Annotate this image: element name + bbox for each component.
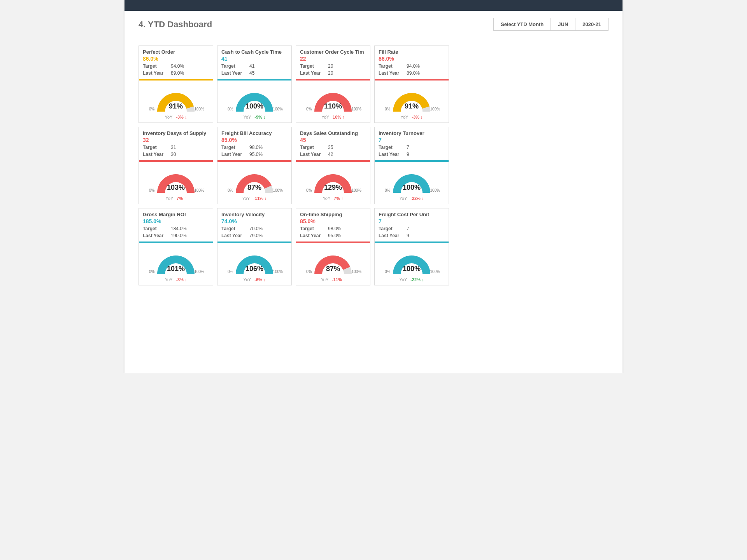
kpi-target-row: Target 94.0%	[143, 63, 209, 69]
kpi-value: 7	[379, 218, 445, 224]
lastyear-label: Last Year	[379, 70, 407, 76]
target-label: Target	[379, 226, 407, 231]
kpi-lastyear-row: Last Year 95.0%	[221, 152, 288, 157]
target-label: Target	[143, 145, 171, 150]
gauge-chart: 0% 100% 87% YoY -11% ↓	[296, 243, 370, 285]
lastyear-value: 79.0%	[249, 233, 263, 238]
kpi-lastyear-row: Last Year 89.0%	[143, 70, 209, 76]
yoy-label: YoY	[400, 277, 407, 282]
target-value: 184.0%	[171, 226, 187, 231]
gauge-chart: 0% 100% 129% YoY 7% ↑	[296, 162, 370, 204]
gauge-chart: 0% 100% 91% YoY -3% ↓	[375, 80, 449, 122]
kpi-card-perfect-order: Perfect Order 86.0% Target 94.0% Last Ye…	[139, 46, 213, 123]
yoy-row: YoY -11% ↓	[242, 196, 267, 201]
kpi-lastyear-row: Last Year 45	[221, 70, 288, 76]
gauge-chart: 0% 100% 101% YoY -3% ↓	[139, 243, 213, 285]
lastyear-label: Last Year	[300, 70, 328, 76]
kpi-title: Gross Margin ROI	[143, 212, 209, 217]
kpi-header: Inventory Dasys of Supply 32 Target 31 L…	[139, 127, 213, 160]
kpi-target-row: Target 31	[143, 145, 209, 150]
kpi-card-gross-margin-roi: Gross Margin ROI 185.0% Target 184.0% La…	[139, 208, 213, 285]
yoy-row: YoY -22% ↓	[400, 196, 424, 201]
yoy-delta: 7% ↑	[334, 196, 343, 201]
yoy-delta: -11% ↓	[253, 196, 267, 201]
yoy-label: YoY	[244, 115, 251, 119]
target-value: 41	[249, 63, 254, 69]
gauge-chart: 0% 100% 87% YoY -11% ↓	[217, 162, 291, 204]
yoy-label: YoY	[401, 115, 409, 119]
gauge-value-label: 87%	[304, 265, 362, 273]
yoy-delta: -3% ↓	[412, 115, 423, 119]
ytd-month-select[interactable]: JUN	[551, 18, 575, 30]
target-label: Target	[300, 145, 328, 150]
yoy-label: YoY	[165, 277, 173, 282]
lastyear-label: Last Year	[143, 233, 171, 238]
kpi-header: Freight Bill Accuracy 85.0% Target 98.0%…	[217, 127, 291, 160]
kpi-header: Inventory Turnover 7 Target 7 Last Year …	[375, 127, 449, 160]
kpi-title: On-time Shipping	[300, 212, 366, 217]
kpi-value: 7	[379, 137, 445, 143]
ytd-selector-label: Select YTD Month	[494, 18, 551, 30]
yoy-delta: 10% ↑	[333, 115, 345, 119]
gauge-chart: 0% 100% 91% YoY -3% ↓	[139, 80, 213, 122]
kpi-target-row: Target 7	[379, 145, 445, 150]
gauge-value-label: 91%	[382, 102, 441, 110]
gauge-body: 0% 100% 91%	[382, 84, 441, 115]
kpi-card-freight-cost-per-unit: Freight Cost Per Unit 7 Target 7 Last Ye…	[374, 208, 449, 285]
kpi-target-row: Target 35	[300, 145, 366, 150]
kpi-lastyear-row: Last Year 30	[143, 152, 209, 157]
gauge-value-label: 101%	[147, 265, 205, 273]
kpi-title: Inventory Turnover	[379, 130, 445, 136]
yoy-delta: -9% ↓	[254, 115, 265, 119]
target-label: Target	[300, 226, 328, 231]
lastyear-value: 95.0%	[249, 152, 263, 157]
ytd-year-select[interactable]: 2020-21	[575, 18, 608, 30]
kpi-target-row: Target 41	[221, 63, 288, 69]
gauge-chart: 0% 100% 100% YoY -9% ↓	[217, 80, 291, 122]
kpi-value: 32	[143, 137, 209, 143]
kpi-header: Days Sales Outstanding 45 Target 35 Last…	[296, 127, 370, 160]
target-value: 31	[171, 145, 176, 150]
page-header: 4. YTD Dashboard Select YTD Month JUN 20…	[124, 11, 622, 34]
kpi-header: On-time Shipping 85.0% Target 98.0% Last…	[296, 208, 370, 242]
top-bar	[124, 0, 622, 11]
yoy-row: YoY -3% ↓	[401, 115, 423, 119]
gauge-body: 0% 100% 87%	[304, 247, 362, 277]
yoy-row: YoY -3% ↓	[165, 115, 187, 119]
target-label: Target	[300, 63, 328, 69]
lastyear-value: 42	[328, 152, 333, 157]
target-value: 98.0%	[328, 226, 341, 231]
kpi-title: Fill Rate	[379, 49, 445, 55]
kpi-card-on-time-shipping: On-time Shipping 85.0% Target 98.0% Last…	[296, 208, 370, 285]
lastyear-value: 45	[249, 70, 254, 76]
kpi-header: Inventory Velocity 74.0% Target 70.0% La…	[217, 208, 291, 242]
kpi-value: 85.0%	[221, 137, 288, 143]
kpi-header: Perfect Order 86.0% Target 94.0% Last Ye…	[139, 46, 213, 79]
kpi-title: Freight Cost Per Unit	[379, 212, 445, 217]
kpi-title: Freight Bill Accuracy	[221, 130, 288, 136]
target-label: Target	[221, 226, 249, 231]
page-title: 4. YTD Dashboard	[139, 19, 212, 30]
yoy-row: YoY -6% ↓	[244, 277, 266, 282]
yoy-label: YoY	[323, 196, 330, 201]
kpi-lastyear-row: Last Year 79.0%	[221, 233, 288, 238]
target-label: Target	[221, 145, 249, 150]
gauge-body: 0% 100% 129%	[304, 166, 362, 196]
gauge-chart: 0% 100% 110% YoY 10% ↑	[296, 80, 370, 122]
target-value: 20	[328, 63, 333, 69]
kpi-card-inventory-turnover: Inventory Turnover 7 Target 7 Last Year …	[374, 127, 449, 204]
kpi-value: 74.0%	[221, 218, 288, 224]
gauge-value-label: 100%	[382, 184, 441, 192]
kpi-target-row: Target 7	[379, 226, 445, 231]
lastyear-value: 20	[328, 70, 333, 76]
target-value: 7	[407, 145, 409, 150]
kpi-card-fill-rate: Fill Rate 86.0% Target 94.0% Last Year 8…	[374, 46, 449, 123]
kpi-value: 86.0%	[143, 56, 209, 62]
gauge-value-label: 100%	[382, 265, 441, 273]
lastyear-label: Last Year	[379, 233, 407, 238]
yoy-row: YoY 7% ↑	[165, 196, 186, 201]
kpi-header: Fill Rate 86.0% Target 94.0% Last Year 8…	[375, 46, 449, 79]
kpi-lastyear-row: Last Year 42	[300, 152, 366, 157]
yoy-delta: -22% ↓	[410, 196, 424, 201]
kpi-title: Cash to Cash Cycle Time	[221, 49, 288, 55]
